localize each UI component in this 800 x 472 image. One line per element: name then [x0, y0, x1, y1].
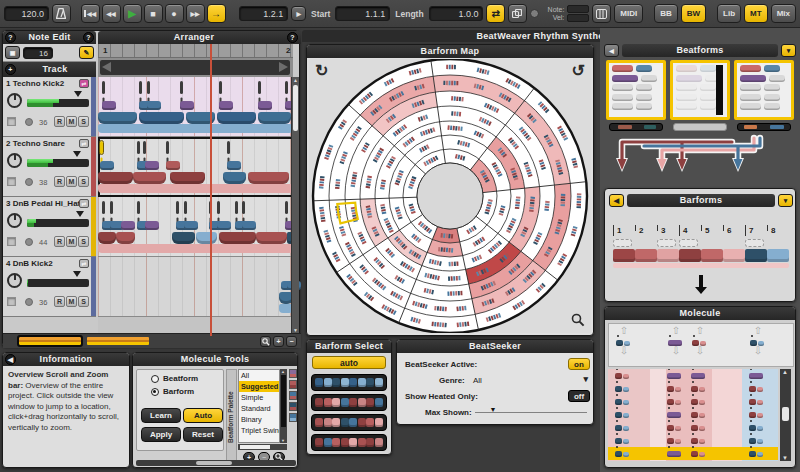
note-pill[interactable]	[180, 101, 194, 110]
note-pill[interactable]	[145, 161, 159, 170]
note-pill-icon[interactable]	[615, 397, 630, 405]
jump-to-playhead-button[interactable]: →	[207, 4, 226, 23]
track-checkbox[interactable]	[7, 117, 16, 126]
note-pill-icon[interactable]	[749, 410, 764, 418]
note-bar[interactable]	[116, 232, 136, 244]
scrollbar-thumb[interactable]	[196, 461, 232, 465]
note-pill-icon[interactable]	[667, 449, 682, 457]
palette-item[interactable]: Standard	[239, 403, 279, 414]
pan-knob[interactable]	[7, 273, 22, 288]
s-button[interactable]: S	[78, 236, 89, 247]
arranger-lane[interactable]	[98, 77, 293, 137]
learn-button[interactable]: Learn	[141, 408, 181, 423]
beatform-thumbnail[interactable]	[289, 413, 297, 422]
palette-item[interactable]: Simple	[239, 392, 279, 403]
note-stem[interactable]	[137, 201, 140, 214]
note-pill-icon[interactable]	[691, 397, 706, 405]
help-icon[interactable]: ?	[5, 32, 16, 43]
note-stem[interactable]	[110, 201, 113, 214]
note-bar[interactable]	[170, 172, 205, 184]
track-checkbox[interactable]	[7, 297, 16, 306]
note-pill-icon[interactable]	[749, 397, 764, 405]
volume-slider[interactable]	[27, 99, 89, 107]
note-bar[interactable]	[98, 172, 133, 184]
beatform-thumbnail[interactable]	[289, 402, 297, 411]
palette-item[interactable]: Suggested	[239, 381, 279, 392]
slider-marker[interactable]	[73, 151, 81, 157]
note-pill-icon[interactable]	[615, 410, 630, 418]
shift-down-icon[interactable]: ⇩	[749, 346, 767, 356]
note-stem[interactable]	[176, 201, 179, 214]
scrollbar-thumb[interactable]	[782, 407, 789, 421]
lib-view-button[interactable]: Lib	[717, 4, 741, 23]
molecule-scrollbar[interactable]: ▲ ▼	[780, 369, 791, 461]
note-stem[interactable]	[137, 141, 140, 154]
shift-down-icon[interactable]: ⇩	[615, 346, 633, 356]
mt-view-button[interactable]: MT	[744, 4, 768, 23]
stop-button[interactable]: ■	[144, 4, 163, 23]
note-pill[interactable]	[147, 101, 161, 110]
note-bar[interactable]	[258, 112, 291, 124]
note-stem[interactable]	[235, 201, 238, 214]
note-pill-icon[interactable]	[615, 371, 630, 379]
note-stem[interactable]	[102, 201, 105, 214]
note-pill-icon[interactable]	[616, 338, 631, 346]
loop-button[interactable]: ⇄	[486, 4, 505, 23]
note-pill[interactable]	[102, 101, 116, 110]
bw-view-button[interactable]: BW	[681, 4, 706, 23]
s-button[interactable]: S	[78, 176, 89, 187]
r-button[interactable]: R	[54, 236, 65, 247]
r-button[interactable]: R	[54, 176, 65, 187]
note-bar[interactable]	[98, 232, 116, 244]
note-stem[interactable]	[180, 81, 183, 94]
zoom-out-button[interactable]: −	[286, 336, 297, 347]
note-pill-icon[interactable]	[667, 436, 682, 444]
note-pill-icon[interactable]	[667, 423, 682, 431]
show-heated-toggle[interactable]: off	[568, 390, 590, 402]
position-display[interactable]: 1.2.1	[239, 6, 288, 21]
scroll-down-icon[interactable]: ▼	[782, 455, 788, 461]
beatform-minibar[interactable]	[609, 123, 663, 131]
rewind-button[interactable]: ◀◀	[102, 4, 121, 23]
note-stem[interactable]	[242, 201, 245, 214]
scroll-up-icon[interactable]: ▲	[782, 369, 788, 375]
barform-map-wheel[interactable]	[309, 59, 591, 333]
chevron-down-icon[interactable]: ▾	[583, 374, 588, 384]
note-stem[interactable]	[143, 141, 146, 154]
scrollbar-thumb[interactable]	[240, 445, 270, 449]
note-pill[interactable]	[184, 221, 198, 230]
bb-view-button[interactable]: BB	[654, 4, 678, 23]
note-bar[interactable]	[223, 172, 246, 184]
volume-slider[interactable]	[27, 219, 89, 227]
beatform-palette-list[interactable]: AllSuggestedSimpleStandardBinaryTriplet …	[238, 369, 280, 443]
molecule-selected-row[interactable]	[608, 447, 778, 460]
note-pill-icon[interactable]	[668, 338, 683, 346]
max-shown-slider[interactable]: ▼	[475, 412, 587, 413]
note-pill-icon[interactable]	[749, 371, 764, 379]
radio-beatform[interactable]: Beatform	[151, 374, 223, 383]
edit-pencil-button[interactable]: ✎	[79, 46, 94, 59]
note-pill[interactable]	[227, 161, 241, 170]
arranger-lane[interactable]	[98, 137, 293, 197]
note-bar-sustain[interactable]	[98, 244, 293, 253]
track-checkbox[interactable]	[7, 237, 16, 246]
undo-icon[interactable]: ↺	[572, 61, 585, 80]
note-pill-icon[interactable]	[749, 449, 764, 457]
palette-h-scrollbar[interactable]	[238, 444, 287, 450]
beatform-thumbnail[interactable]	[289, 391, 297, 400]
volume-slider[interactable]	[27, 279, 89, 287]
s-button[interactable]: S	[78, 296, 89, 307]
playhead[interactable]	[210, 44, 212, 336]
note-pill-icon[interactable]	[692, 338, 707, 346]
note-stem[interactable]	[166, 141, 169, 154]
mix-view-button[interactable]: Mix	[771, 4, 796, 23]
note-pill-icon[interactable]	[615, 449, 630, 457]
play-button[interactable]: ▶	[123, 4, 142, 23]
note-pill-icon[interactable]	[667, 371, 682, 379]
note-pill-icon[interactable]	[691, 423, 706, 431]
keyboard-view-button[interactable]	[592, 4, 611, 23]
beatform-thumbnail[interactable]	[289, 380, 297, 389]
collapse-left-icon[interactable]: ◀	[609, 194, 624, 207]
palette-item[interactable]: Triplet Swing	[239, 425, 279, 436]
beatform-minibar[interactable]	[673, 123, 727, 131]
